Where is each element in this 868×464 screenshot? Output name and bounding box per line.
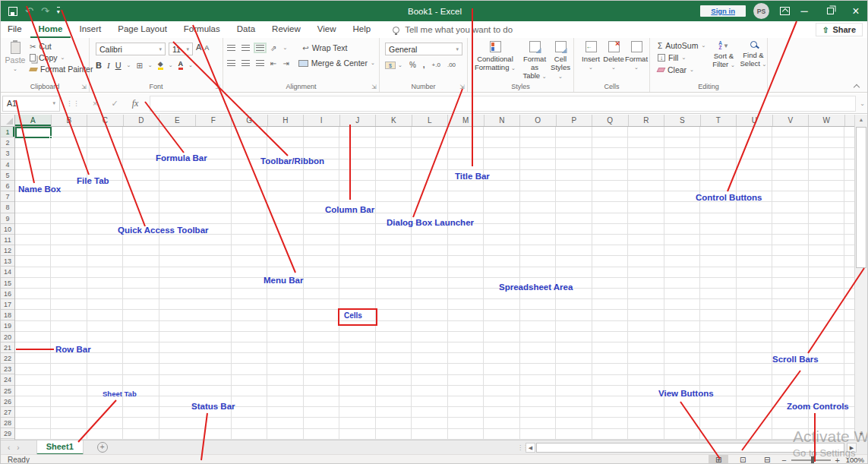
hscroll-right-icon[interactable]: ▶ xyxy=(847,443,857,453)
merge-center-button[interactable]: Merge & Center⌄ xyxy=(298,58,375,68)
enter-icon[interactable]: ✓ xyxy=(111,99,118,109)
avatar[interactable]: PS xyxy=(753,3,769,19)
shrink-font-button[interactable]: A xyxy=(204,43,209,55)
tab-page-layout[interactable]: Page Layout xyxy=(109,21,175,38)
align-right-icon[interactable] xyxy=(256,60,264,66)
conditional-formatting-button[interactable]: ConditionalFormatting ⌄ xyxy=(473,41,517,72)
row-header-7[interactable]: 7 xyxy=(1,191,14,202)
column-header-C[interactable]: C xyxy=(87,115,124,126)
vertical-scrollbar[interactable]: ▲ ▼ xyxy=(854,115,867,440)
number-format-combo[interactable]: General▾ xyxy=(385,43,462,55)
formula-input[interactable] xyxy=(150,96,856,112)
column-header-H[interactable]: H xyxy=(268,115,305,126)
drag-handle-icon[interactable]: ⋮⋮ xyxy=(66,99,80,107)
column-header-J[interactable]: J xyxy=(340,115,377,126)
align-left-icon[interactable] xyxy=(227,60,235,66)
row-header-3[interactable]: 3 xyxy=(1,148,14,159)
horizontal-scroll-thumb[interactable] xyxy=(536,443,844,453)
row-header-20[interactable]: 20 xyxy=(1,332,14,342)
format-button[interactable]: Format ⌄ xyxy=(625,41,648,71)
ribbon-display-options-icon[interactable] xyxy=(780,7,790,15)
column-header-B[interactable]: B xyxy=(52,115,88,126)
dialog-launcher-icon[interactable]: ⇲ xyxy=(459,84,465,90)
column-header-W[interactable]: W xyxy=(809,115,845,126)
row-header-27[interactable]: 27 xyxy=(1,407,14,418)
font-name-combo[interactable]: Calibri▾ xyxy=(96,43,166,55)
row-header-10[interactable]: 10 xyxy=(1,224,14,235)
align-bottom-icon[interactable] xyxy=(256,45,264,51)
new-sheet-icon[interactable]: + xyxy=(97,442,108,453)
tab-review[interactable]: Review xyxy=(264,21,309,38)
row-header-5[interactable]: 5 xyxy=(1,170,14,181)
borders-icon[interactable]: ⊞ xyxy=(136,62,142,70)
name-box[interactable]: A1 ▾ xyxy=(2,96,60,112)
select-all-corner[interactable] xyxy=(1,115,15,127)
percent-style-button[interactable]: % xyxy=(409,61,416,69)
column-header-R[interactable]: R xyxy=(629,115,665,126)
tab-home[interactable]: Home xyxy=(30,21,71,38)
column-header-N[interactable]: N xyxy=(485,115,521,126)
format-painter-button[interactable]: Format Painter xyxy=(30,65,93,74)
fill-handle[interactable] xyxy=(49,136,52,139)
font-size-combo[interactable]: 11▾ xyxy=(169,43,193,55)
column-header-D[interactable]: D xyxy=(124,115,160,126)
sign-in-button[interactable]: Sign in xyxy=(700,5,746,17)
sort-filter-button[interactable]: AZ▼ Sort &Filter ⌄ xyxy=(709,41,738,69)
copy-button[interactable]: Copy⌄ xyxy=(30,53,93,62)
dialog-launcher-icon[interactable]: ⇲ xyxy=(81,84,87,90)
column-header-I[interactable]: I xyxy=(304,115,340,126)
grow-font-button[interactable]: A xyxy=(196,43,201,55)
tell-me-box[interactable]: Tell me what you want to do xyxy=(393,25,513,34)
row-header-13[interactable]: 13 xyxy=(1,256,14,267)
increase-indent-icon[interactable]: ⇥ xyxy=(282,59,289,68)
column-header-M[interactable]: M xyxy=(448,115,485,126)
row-header-22[interactable]: 22 xyxy=(1,353,14,364)
zoom-out-icon[interactable]: − xyxy=(781,456,786,464)
clear-button[interactable]: Clear⌄ xyxy=(658,65,705,74)
format-as-table-button[interactable]: Format asTable ⌄ xyxy=(519,41,550,80)
font-color-icon[interactable]: A xyxy=(178,61,184,70)
selected-cell[interactable] xyxy=(15,127,52,138)
view-page-break-button[interactable]: ⊟ xyxy=(757,455,777,464)
row-headers[interactable]: 1234567891011121314151617181920212223242… xyxy=(1,127,15,440)
row-header-1[interactable]: 1 xyxy=(1,127,14,137)
zoom-slider-thumb[interactable] xyxy=(811,456,814,464)
view-normal-button[interactable]: ⊞ xyxy=(709,455,728,464)
row-header-21[interactable]: 21 xyxy=(1,342,14,353)
row-header-29[interactable]: 29 xyxy=(1,428,14,439)
tab-data[interactable]: Data xyxy=(229,21,264,38)
fill-color-icon[interactable]: ◆ xyxy=(158,61,163,70)
minimize-button[interactable]: ─ xyxy=(791,1,817,21)
decrease-decimal-button[interactable]: .00 xyxy=(447,62,456,68)
tab-help[interactable]: Help xyxy=(345,21,380,38)
vertical-scroll-thumb[interactable] xyxy=(856,127,866,268)
share-button[interactable]: ⇧ Share xyxy=(816,23,863,36)
row-header-28[interactable]: 28 xyxy=(1,418,14,428)
scroll-down-icon[interactable]: ▼ xyxy=(855,429,867,440)
column-headers[interactable]: ABCDEFGHIJKLMNOPQRSTUVW xyxy=(15,115,856,127)
comma-style-button[interactable]: , xyxy=(423,61,425,69)
column-header-U[interactable]: U xyxy=(737,115,773,126)
column-header-P[interactable]: P xyxy=(557,115,593,126)
tab-insert[interactable]: Insert xyxy=(71,21,109,38)
row-header-11[interactable]: 11 xyxy=(1,235,14,245)
column-header-L[interactable]: L xyxy=(412,115,449,126)
tab-formulas[interactable]: Formulas xyxy=(175,21,229,38)
zoom-level[interactable]: 100% xyxy=(844,456,864,464)
save-icon[interactable] xyxy=(8,7,17,16)
zoom-slider[interactable] xyxy=(791,459,831,461)
row-header-12[interactable]: 12 xyxy=(1,245,14,256)
row-header-19[interactable]: 19 xyxy=(1,320,14,331)
scroll-up-icon[interactable]: ▲ xyxy=(855,115,867,125)
dialog-launcher-icon[interactable]: ⇲ xyxy=(371,84,377,90)
row-header-17[interactable]: 17 xyxy=(1,299,14,310)
column-header-S[interactable]: S xyxy=(664,115,701,126)
column-header-G[interactable]: G xyxy=(232,115,268,126)
cells-grid[interactable] xyxy=(15,127,856,440)
tab-file[interactable]: File xyxy=(1,21,30,38)
wrap-text-button[interactable]: ↩Wrap Text xyxy=(302,43,347,52)
expand-formula-bar-icon[interactable]: ⌄ xyxy=(860,100,865,107)
accounting-format-icon[interactable]: $ xyxy=(385,62,396,69)
close-button[interactable]: × xyxy=(843,1,868,21)
row-header-4[interactable]: 4 xyxy=(1,159,14,170)
